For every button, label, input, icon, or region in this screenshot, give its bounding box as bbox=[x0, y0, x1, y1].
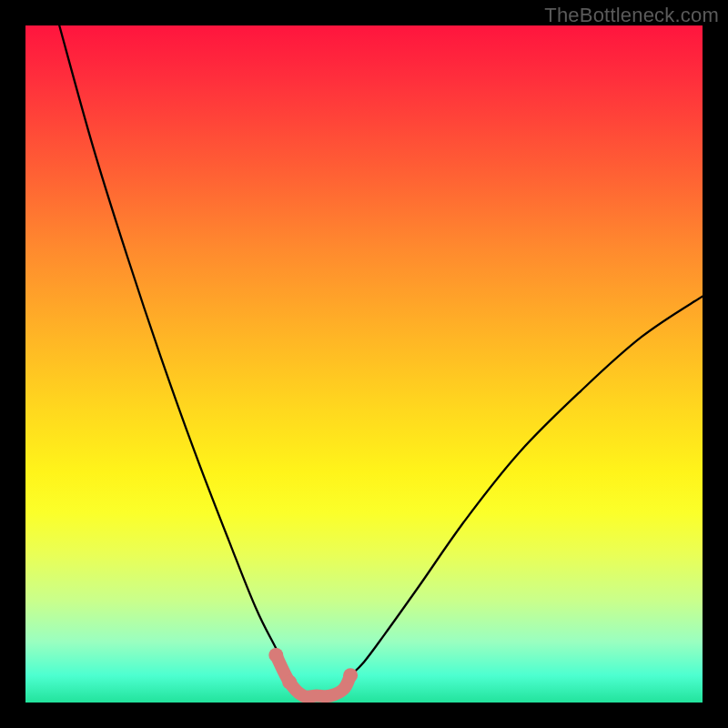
highlight-dot-right bbox=[343, 668, 358, 682]
chart-plot-area bbox=[25, 25, 703, 703]
watermark-text: TheBottleneck.com bbox=[544, 4, 719, 27]
curve-left-branch bbox=[59, 25, 289, 675]
chart-svg bbox=[25, 25, 703, 703]
chart-frame: TheBottleneck.com bbox=[0, 0, 728, 728]
curve-right-branch bbox=[350, 297, 703, 676]
highlight-marker bbox=[268, 648, 358, 697]
highlight-dot-left-lower bbox=[282, 675, 297, 690]
bottleneck-curve bbox=[59, 25, 703, 675]
highlight-dot-left-upper bbox=[268, 648, 283, 662]
